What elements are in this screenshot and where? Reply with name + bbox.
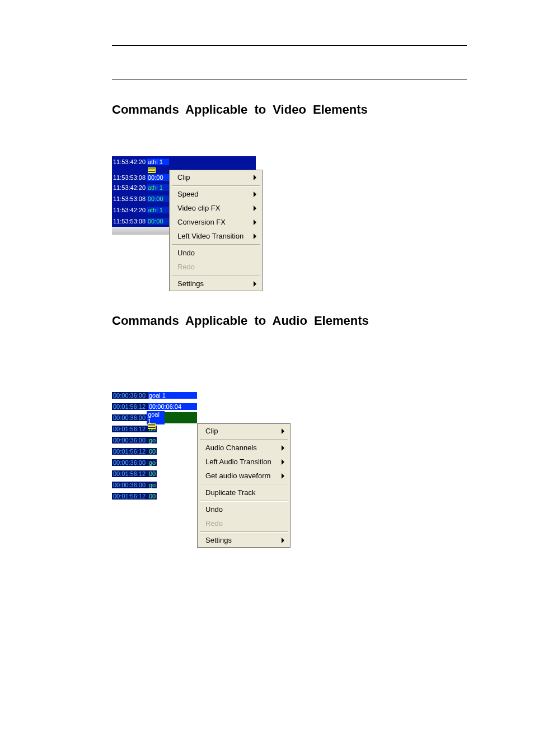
menu-label: Get audio waveform xyxy=(205,472,270,480)
submenu-arrow-icon xyxy=(282,445,284,451)
menu-label: Settings xyxy=(177,279,204,288)
menu-separator xyxy=(172,275,260,276)
heading-video: Commands Applicable to Video Elements xyxy=(112,102,467,117)
submenu-arrow-icon xyxy=(254,206,256,211)
timecode: 00:00:36:00 xyxy=(112,414,147,421)
menu-label: Settings xyxy=(205,536,232,544)
clip-label: go xyxy=(148,459,157,466)
drag-handle-icon[interactable] xyxy=(148,167,156,173)
timecode: 00:00:36:00 xyxy=(112,437,148,444)
menu-separator xyxy=(172,244,260,245)
menu-label: Left Video Transition xyxy=(177,232,243,240)
clip-label: 00 xyxy=(148,470,157,477)
menu-label: Redo xyxy=(205,519,223,528)
clip-label: 00 xyxy=(148,493,157,500)
timecode: 00:00:36:00 xyxy=(112,392,148,399)
timecode: 11:53:42:20 xyxy=(112,184,147,191)
audio-context-menu: Clip Audio Channels Left Audio Transitio… xyxy=(197,423,291,548)
menu-redo: Redo xyxy=(170,260,262,274)
menu-label: Undo xyxy=(177,249,195,257)
timecode: 11:53:42:20 xyxy=(112,207,147,213)
menu-conversion-fx[interactable]: Conversion FX xyxy=(170,215,262,229)
menu-video-clip-fx[interactable]: Video clip FX xyxy=(170,201,262,215)
menu-label: Undo xyxy=(205,505,223,514)
menu-speed[interactable]: Speed xyxy=(170,187,262,201)
submenu-arrow-icon xyxy=(254,175,256,180)
timeline-footer xyxy=(112,227,169,235)
timecode: 00:01:56:12 xyxy=(112,493,148,500)
clip-label: athl 1 xyxy=(147,158,169,165)
timecode: 00:00:36:00 xyxy=(112,459,148,466)
timecode: 00:01:56:12 xyxy=(112,403,148,410)
submenu-arrow-icon xyxy=(254,220,256,225)
submenu-arrow-icon xyxy=(254,281,256,287)
video-timeline: 11:53:42:20athl 1 11:53:53:0800:00 11:53… xyxy=(112,156,169,291)
clip-label: 00:00 xyxy=(147,174,169,181)
menu-label: Conversion FX xyxy=(177,218,226,226)
menu-redo: Redo xyxy=(198,516,290,530)
menu-separator xyxy=(200,531,288,532)
clip-label: 00:00 xyxy=(147,195,169,202)
submenu-arrow-icon xyxy=(254,234,256,239)
video-context-menu: Clip Speed Video clip FX Conversion FX L… xyxy=(169,170,263,291)
menu-settings[interactable]: Settings xyxy=(170,277,262,291)
timecode: 11:53:42:20 xyxy=(112,158,147,165)
clip-label: goal 1 xyxy=(148,392,197,399)
clip-label: go xyxy=(148,437,157,444)
clip-label: goal 1 xyxy=(147,411,165,424)
menu-label: Audio Channels xyxy=(205,444,257,452)
menu-get-audio-waveform[interactable]: Get audio waveform xyxy=(198,469,290,483)
menu-left-audio-transition[interactable]: Left Audio Transition xyxy=(198,455,290,469)
menu-label: Redo xyxy=(177,263,195,271)
submenu-arrow-icon xyxy=(282,473,284,479)
menu-separator xyxy=(200,439,288,440)
timecode: 11:53:53:08 xyxy=(112,174,147,181)
drag-handle-icon[interactable] xyxy=(148,423,156,429)
menu-undo[interactable]: Undo xyxy=(198,502,290,516)
timecode: 00:01:56:12 xyxy=(112,426,148,432)
menu-settings[interactable]: Settings xyxy=(198,533,290,547)
submenu-arrow-icon xyxy=(254,192,256,197)
menu-separator xyxy=(200,501,288,501)
clip-label: athl 1 xyxy=(147,184,169,191)
menu-left-video-transition[interactable]: Left Video Transition xyxy=(170,229,262,243)
submenu-arrow-icon xyxy=(282,459,284,465)
submenu-arrow-icon xyxy=(282,538,284,543)
menu-clip[interactable]: Clip xyxy=(170,170,262,184)
audio-timeline: 00:00:36:00goal 1 00:01:56:1200:00:06:04… xyxy=(112,390,197,502)
menu-label: Video clip FX xyxy=(177,204,220,212)
menu-audio-channels[interactable]: Audio Channels xyxy=(198,441,290,455)
clip-label: athl 1 xyxy=(147,207,169,213)
clip-label: go xyxy=(148,482,157,488)
clip-label: 00 xyxy=(148,448,157,455)
menu-selection-bar xyxy=(169,156,256,170)
menu-duplicate-track[interactable]: Duplicate Track xyxy=(198,486,290,500)
audio-example: 00:00:36:00goal 1 00:01:56:1200:00:06:04… xyxy=(112,390,467,548)
timecode: 00:01:56:12 xyxy=(112,470,148,477)
timecode: 11:53:53:08 xyxy=(112,195,147,202)
menu-label: Clip xyxy=(177,173,190,181)
header-rule-thick xyxy=(112,45,467,46)
clip-label: 00:00:06:04 xyxy=(148,403,197,410)
timecode: 00:00:36:00 xyxy=(112,482,148,488)
waveform-block xyxy=(165,412,197,423)
menu-label: Duplicate Track xyxy=(205,488,256,497)
timecode: 11:53:53:08 xyxy=(112,218,147,225)
submenu-arrow-icon xyxy=(282,428,284,434)
timecode: 00:01:56:12 xyxy=(112,448,148,455)
menu-label: Left Audio Transition xyxy=(205,458,271,466)
menu-clip[interactable]: Clip xyxy=(198,424,290,438)
clip-label: 00:00 xyxy=(147,218,169,225)
menu-undo[interactable]: Undo xyxy=(170,246,262,260)
video-menu-block: Clip Speed Video clip FX Conversion FX L… xyxy=(169,156,263,291)
video-example: 11:53:42:20athl 1 11:53:53:0800:00 11:53… xyxy=(112,156,467,291)
menu-separator xyxy=(172,185,260,186)
menu-label: Clip xyxy=(205,427,218,435)
heading-audio: Commands Applicable to Audio Elements xyxy=(112,314,467,328)
header-rule-thin xyxy=(112,80,467,80)
menu-label: Speed xyxy=(177,190,199,198)
menu-separator xyxy=(200,484,288,484)
